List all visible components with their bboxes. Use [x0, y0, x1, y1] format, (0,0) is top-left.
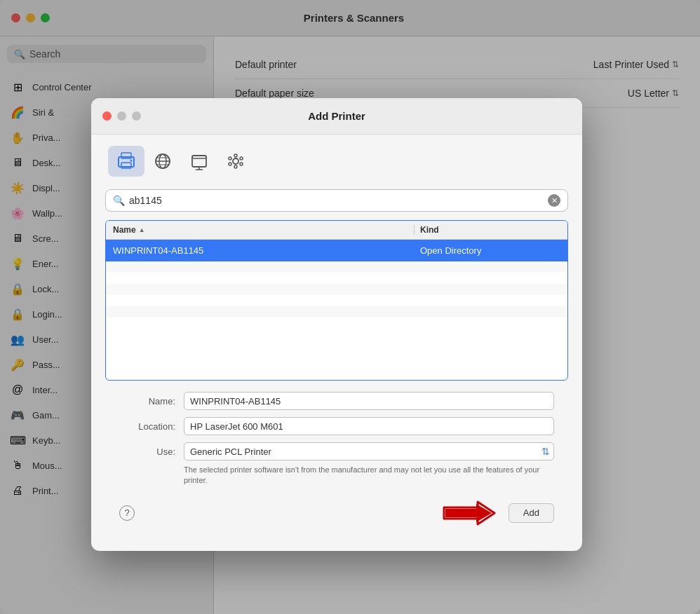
svg-point-3 — [130, 160, 133, 162]
dialog-footer: ? Add — [105, 495, 568, 537]
location-field-row: Location: — [119, 417, 554, 435]
clear-search-button[interactable]: ✕ — [548, 194, 560, 207]
dialog-search-icon: 🔍 — [113, 195, 125, 206]
dialog-search-value: ab1145 — [129, 195, 544, 206]
dialog-titlebar: Add Printer — [91, 98, 582, 135]
svg-point-18 — [229, 163, 231, 165]
dialog-help-button[interactable]: ? — [119, 505, 135, 521]
table-header: Name ▲ Kind — [106, 221, 567, 240]
globe-tab-icon — [152, 151, 173, 171]
warning-text: The selected printer software isn't from… — [184, 465, 554, 486]
table-row[interactable] — [106, 306, 567, 318]
svg-point-13 — [233, 158, 238, 164]
use-field-label: Use: — [119, 446, 175, 457]
add-printer-dialog: Add Printer — [91, 98, 582, 551]
table-row[interactable] — [106, 273, 567, 284]
svg-rect-9 — [192, 156, 206, 167]
arrow-svg — [441, 500, 497, 526]
use-select[interactable]: Generic PCL Printer — [184, 442, 554, 460]
arrow-annotation — [441, 500, 497, 526]
tab-windows[interactable] — [181, 146, 217, 177]
printer-list-table: Name ▲ Kind WINPRINT04-AB1145 Open Direc… — [105, 220, 568, 381]
column-name-header: Name ▲ — [113, 225, 408, 235]
row-printer-kind: Open Directory — [420, 245, 560, 256]
dialog-maximize-button[interactable] — [132, 111, 141, 121]
column-divider — [414, 225, 415, 235]
footer-right: Add — [441, 500, 554, 526]
sort-arrow-icon: ▲ — [139, 226, 145, 233]
tab-ip[interactable] — [144, 146, 181, 177]
dialog-controls — [102, 111, 141, 121]
svg-point-15 — [234, 165, 237, 168]
dialog-title: Add Printer — [308, 110, 365, 122]
svg-point-17 — [240, 157, 243, 160]
location-input[interactable] — [184, 417, 554, 435]
dialog-body: 🔍 ab1145 ✕ Name ▲ Kind WINPRINT04-AB1145… — [91, 135, 582, 551]
name-input[interactable] — [184, 392, 554, 410]
tab-advanced[interactable] — [217, 146, 254, 177]
name-field-row: Name: — [119, 392, 554, 410]
svg-point-19 — [240, 163, 243, 165]
table-row[interactable] — [106, 295, 567, 306]
table-body: WINPRINT04-AB1145 Open Directory — [106, 240, 567, 380]
printer-tab-icon — [116, 151, 137, 171]
advanced-tab-icon — [225, 151, 246, 171]
column-kind-header: Kind — [420, 225, 560, 235]
use-select-wrapper: Generic PCL Printer ⇅ — [184, 442, 554, 460]
table-row[interactable] — [106, 261, 567, 273]
printer-search-field[interactable]: 🔍 ab1145 ✕ — [105, 189, 568, 212]
dialog-toolbar — [105, 146, 568, 177]
table-row[interactable] — [106, 284, 567, 295]
table-row[interactable]: WINPRINT04-AB1145 Open Directory — [106, 240, 567, 261]
add-printer-button[interactable]: Add — [509, 503, 554, 523]
windows-tab-icon — [189, 151, 210, 171]
dialog-minimize-button[interactable] — [117, 111, 126, 121]
location-field-label: Location: — [119, 421, 175, 432]
use-field-row: Use: Generic PCL Printer ⇅ — [119, 442, 554, 460]
name-field-label: Name: — [119, 396, 175, 407]
row-printer-name: WINPRINT04-AB1145 — [113, 245, 420, 256]
svg-point-14 — [234, 154, 237, 157]
dialog-close-button[interactable] — [102, 111, 112, 121]
svg-point-16 — [229, 157, 231, 160]
svg-rect-10 — [192, 156, 206, 158]
printer-form-fields: Name: Location: Use: Generic PCL Printer… — [105, 392, 568, 486]
tab-local-printers[interactable] — [108, 146, 144, 177]
